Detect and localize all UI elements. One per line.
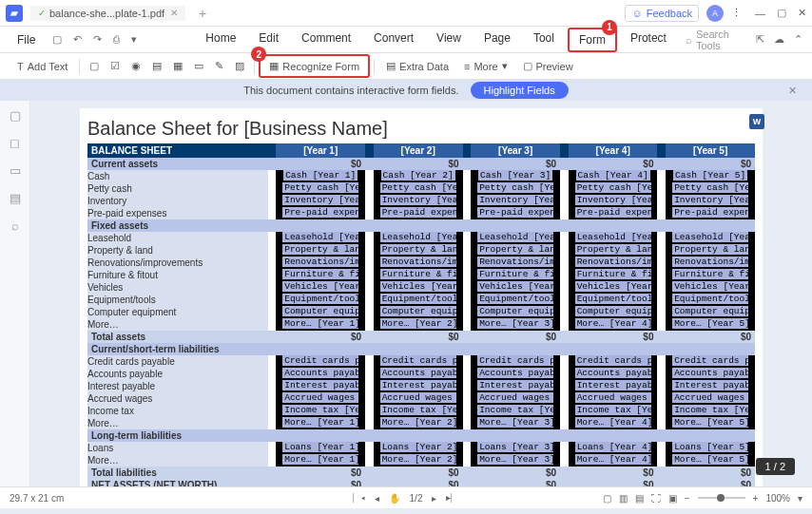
field-cell[interactable]: Accounts payable <box>374 368 463 380</box>
form-field[interactable]: Property & land [ <box>282 244 358 255</box>
menu-protect[interactable]: Protect <box>621 28 676 52</box>
field-cell[interactable]: Loans [Year 4] <box>569 442 658 454</box>
form-field[interactable]: Interest payable <box>282 380 358 390</box>
field-cell[interactable]: More… [Year 5]_1 <box>666 417 755 429</box>
button-tool[interactable]: ▭ <box>188 57 209 75</box>
form-field[interactable]: Equipment/tools [Year 5 <box>672 294 748 304</box>
field-cell[interactable]: Accrued wages [Year 5] <box>666 392 755 405</box>
field-cell[interactable]: Petty cash [Year <box>471 182 560 195</box>
form-field[interactable]: Loans [Year 1] <box>282 442 358 452</box>
field-cell[interactable]: More… [Year 2]_1 <box>374 417 463 429</box>
form-field[interactable]: Computer equipmen <box>477 306 553 316</box>
form-field[interactable]: Vehicles [Year 3] <box>477 281 553 292</box>
redo-icon[interactable]: ↷ <box>91 31 104 48</box>
form-field[interactable]: Leasehold [Year 1 <box>282 232 358 242</box>
highlight-fields-button[interactable]: Highlight Fields <box>471 82 569 99</box>
field-cell[interactable]: Computer equipmen <box>374 306 463 318</box>
add-text-button[interactable]: TAdd Text <box>10 58 75 75</box>
form-field[interactable]: Furniture & fitou <box>477 269 553 279</box>
field-cell[interactable]: More… [Year 5]_2 <box>666 454 755 466</box>
field-cell[interactable]: Pre-paid expenses <box>374 207 463 219</box>
form-field[interactable]: Petty cash [Year <box>282 182 358 193</box>
form-field[interactable]: Equipment/tools [ <box>282 294 358 304</box>
field-cell[interactable]: Petty cash [Year 5] <box>666 182 755 195</box>
form-field[interactable]: Equipment/tools [ <box>380 294 456 304</box>
field-cell[interactable]: Vehicles [Year 5] <box>666 281 755 294</box>
form-field[interactable]: Interest payable <box>477 380 553 390</box>
field-cell[interactable]: Leasehold [Year 5] <box>666 232 755 244</box>
form-field[interactable]: Renovations/impro <box>477 257 553 267</box>
field-cell[interactable]: Equipment/tools [ <box>276 294 365 306</box>
first-page-icon[interactable]: ⎸◂ <box>353 492 365 504</box>
text-field-tool[interactable]: ▢ <box>84 57 105 75</box>
zoom-slider[interactable] <box>698 497 745 499</box>
form-field[interactable]: Property & land [Year <box>672 244 748 255</box>
field-cell[interactable]: Loans [Year 2] <box>374 442 463 454</box>
minimize-button[interactable]: — <box>755 8 765 19</box>
form-field[interactable]: Furniture & fitou <box>575 269 651 279</box>
field-cell[interactable]: Property & land [ <box>471 244 560 257</box>
view-icon-3[interactable]: ▤ <box>635 493 644 504</box>
field-cell[interactable]: Equipment/tools [ <box>374 294 463 306</box>
field-cell[interactable]: Cash [Year 4] <box>569 170 658 182</box>
field-cell[interactable]: Renovations/impro <box>276 257 365 269</box>
form-field[interactable]: Cash [Year 5] <box>673 170 747 181</box>
form-field[interactable]: Accounts payable <box>282 368 358 378</box>
field-cell[interactable]: Renovations/improvement <box>666 257 755 269</box>
form-field[interactable]: Credit cards paya <box>282 355 358 366</box>
form-field[interactable]: Pre-paid expenses <box>282 207 358 218</box>
form-field[interactable]: Renovations/impro <box>282 257 358 267</box>
view-icon-2[interactable]: ▥ <box>619 493 628 504</box>
form-field[interactable]: Income tax [Year <box>282 405 358 415</box>
form-field[interactable]: Petty cash [Year <box>477 182 553 193</box>
form-field[interactable]: Equipment/tools [ <box>477 294 553 304</box>
form-field[interactable]: More… [Year 3] <box>477 318 553 329</box>
print-icon[interactable]: ⎙ <box>111 31 122 48</box>
field-cell[interactable]: Furniture & fitou <box>569 269 658 281</box>
field-cell[interactable]: Cash [Year 2] <box>374 170 463 182</box>
field-cell[interactable]: Accrued wages [Ye <box>374 392 463 405</box>
form-field[interactable]: Furniture & fitout [Year <box>672 269 748 279</box>
outline-icon[interactable]: ▭ <box>10 163 21 178</box>
field-cell[interactable]: Inventory [Year 3 <box>471 195 560 207</box>
page-input[interactable]: 1/2 <box>410 493 423 504</box>
form-field[interactable]: More… [Year 1]_1 <box>282 417 358 428</box>
field-cell[interactable]: More… [Year 4] <box>569 318 658 331</box>
field-cell[interactable]: Pre-paid expenses <box>471 207 560 219</box>
form-field[interactable]: Credit cards paya <box>575 355 651 366</box>
field-cell[interactable]: More… [Year 5] <box>666 318 755 331</box>
close-button[interactable]: ✕ <box>798 7 806 19</box>
form-field[interactable]: More… [Year 4]_2 <box>575 454 651 465</box>
form-field[interactable]: More… [Year 1]_2 <box>282 454 358 465</box>
field-cell[interactable]: Petty cash [Year <box>569 182 658 195</box>
field-cell[interactable]: Loans [Year 5] <box>666 442 755 454</box>
field-cell[interactable]: Credit cards paya <box>276 355 365 368</box>
close-infobar-icon[interactable]: ✕ <box>788 85 797 97</box>
form-field[interactable]: Loans [Year 5] <box>672 442 748 452</box>
form-field[interactable]: Leasehold [Year 3 <box>477 232 553 242</box>
form-field[interactable]: Accounts payable <box>575 368 651 378</box>
menu-convert[interactable]: Convert <box>364 28 423 52</box>
field-cell[interactable]: Pre-paid expenses <box>276 207 365 219</box>
thumbnails-icon[interactable]: ▢ <box>10 108 21 123</box>
form-field[interactable]: Loans [Year 3] <box>477 442 553 452</box>
layers-icon[interactable]: ▤ <box>10 191 21 205</box>
checkbox-tool[interactable]: ☑ <box>105 57 126 75</box>
menu-home[interactable]: Home <box>196 28 245 52</box>
field-cell[interactable]: More… [Year 1] <box>276 318 365 331</box>
form-field[interactable]: Inventory [Year 2 <box>380 195 456 205</box>
last-page-icon[interactable]: ▸⎸ <box>446 492 459 504</box>
field-cell[interactable]: Credit cards paya <box>374 355 463 368</box>
field-cell[interactable]: Furniture & fitou <box>374 269 463 281</box>
view-icon-1[interactable]: ▢ <box>603 493 611 504</box>
user-avatar[interactable]: A <box>706 5 724 22</box>
field-cell[interactable]: Accounts payable <box>276 368 365 380</box>
form-field[interactable]: Pre-paid expenses <box>477 207 553 218</box>
form-field[interactable]: More… [Year 2]_1 <box>380 417 456 428</box>
form-field[interactable]: Vehicles [Year 5] <box>672 281 748 292</box>
radio-tool[interactable]: ◉ <box>126 57 146 75</box>
search-panel-icon[interactable]: ⌕ <box>11 219 19 233</box>
extra-data-button[interactable]: ▤Extra Data <box>378 57 456 75</box>
form-field[interactable]: Property & land [ <box>380 244 456 255</box>
form-field[interactable]: Accrued wages [Ye <box>282 392 358 403</box>
